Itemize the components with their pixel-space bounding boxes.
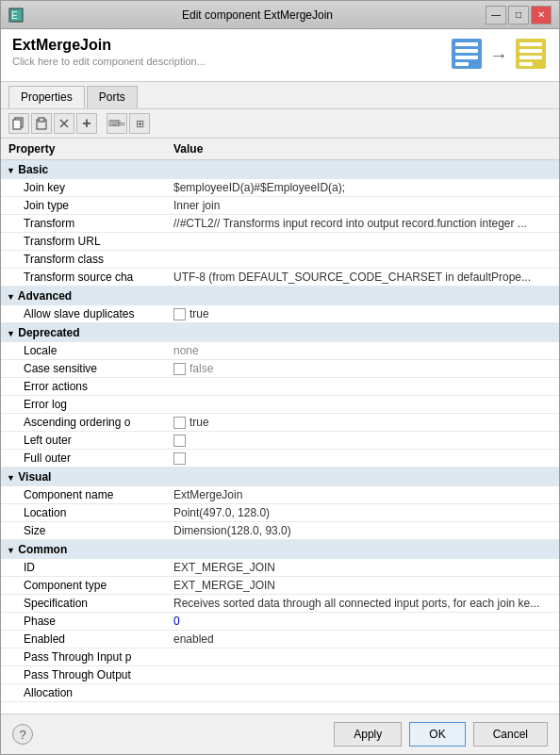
close-button[interactable]: ✕ (531, 6, 552, 25)
property-value: Receives sorted data through all connect… (166, 595, 559, 613)
property-name: Allocation (1, 684, 166, 702)
property-value (166, 233, 559, 251)
property-value: EXT_MERGE_JOIN (166, 559, 559, 577)
property-name: Join type (1, 197, 166, 215)
table-row[interactable]: Localenone (1, 342, 559, 360)
table-row[interactable]: Transform//#CTL2// Transforms input reco… (1, 215, 559, 233)
table-row[interactable]: SizeDimension(128.0, 93.0) (1, 522, 559, 540)
table-row[interactable]: Transform class (1, 251, 559, 269)
group-row-advanced[interactable]: ▼ Advanced (1, 287, 559, 306)
property-name: Enabled (1, 631, 166, 648)
table-row[interactable]: Case sensitivefalse (1, 360, 559, 378)
svg-rect-13 (13, 120, 21, 129)
property-value: //#CTL2// Transforms input record into o… (166, 215, 559, 233)
property-name: Pass Through Input p (1, 648, 166, 666)
property-name: Full outer (1, 450, 166, 468)
property-value: UTF-8 (from DEFAULT_SOURCE_CODE_CHARSET … (166, 269, 559, 287)
property-name: Join key (1, 179, 166, 197)
property-value (166, 378, 559, 396)
table-row[interactable]: Component typeEXT_MERGE_JOIN (1, 577, 559, 595)
table-row[interactable]: Error actions (1, 378, 559, 396)
table-row[interactable]: IDEXT_MERGE_JOIN (1, 559, 559, 577)
group-row-basic[interactable]: ▼ Basic (1, 160, 559, 180)
toolbar: + ⌨= ⊞ (1, 109, 559, 139)
extra-button[interactable]: ⊞ (129, 113, 150, 134)
group-row-deprecated[interactable]: ▼ Deprecated (1, 323, 559, 343)
copy-button[interactable] (8, 113, 29, 134)
property-name: Pass Through Output (1, 666, 166, 684)
table-row[interactable]: Transform URL (1, 233, 559, 251)
table-row[interactable]: Join key$employeeID(a)#$EmployeeID(a); (1, 179, 559, 197)
output-component-icon (514, 37, 548, 74)
table-row[interactable]: Transform source chaUTF-8 (from DEFAULT_… (1, 269, 559, 287)
checkbox-icon[interactable] (173, 452, 186, 465)
checkbox-icon[interactable] (173, 435, 186, 447)
window-icon: E (8, 8, 24, 23)
minimize-button[interactable]: — (486, 6, 506, 25)
tabs: Properties Ports (8, 86, 552, 108)
svg-text:E: E (11, 10, 18, 21)
footer-buttons: Apply OK Cancel (334, 722, 548, 747)
table-row[interactable]: Full outer (1, 450, 559, 468)
checkbox-icon[interactable] (173, 363, 186, 375)
table-row[interactable]: Ascending ordering otrue (1, 414, 559, 432)
table-row[interactable]: LocationPoint(497.0, 128.0) (1, 504, 559, 522)
table-row[interactable]: Component nameExtMergeJoin (1, 486, 559, 504)
maximize-button[interactable]: □ (508, 6, 529, 25)
footer-left: ? (12, 724, 33, 745)
property-name: ID (1, 559, 166, 577)
group-row-visual[interactable]: ▼ Visual (1, 468, 559, 487)
tab-ports[interactable]: Ports (87, 86, 138, 108)
tabs-area: Properties Ports (1, 82, 559, 109)
property-name: Case sensitive (1, 360, 166, 378)
svg-rect-3 (455, 42, 478, 46)
ok-button[interactable]: OK (409, 722, 465, 747)
property-value (166, 396, 559, 414)
cancel-button[interactable]: Cancel (473, 722, 548, 747)
table-row[interactable]: Allow slave duplicatestrue (1, 305, 559, 323)
title-controls: — □ ✕ (486, 6, 552, 25)
property-name: Transform (1, 215, 166, 233)
table-row[interactable]: Left outer (1, 432, 559, 450)
property-value (166, 251, 559, 269)
property-value (166, 450, 559, 468)
table-row[interactable]: Error log (1, 396, 559, 414)
component-title: ExtMergeJoin (12, 37, 206, 54)
property-name: Transform class (1, 251, 166, 269)
property-name: Left outer (1, 432, 166, 450)
checkbox-icon[interactable] (173, 308, 186, 320)
property-value: true (166, 305, 559, 323)
footer: ? Apply OK Cancel (1, 714, 559, 754)
table-row[interactable]: Join typeInner join (1, 197, 559, 215)
table-row[interactable]: SpecificationReceives sorted data throug… (1, 595, 559, 613)
arrow-right-icon: → (489, 44, 508, 66)
property-name: Phase (1, 613, 166, 631)
property-name: Transform URL (1, 233, 166, 251)
table-row[interactable]: Allocation (1, 684, 559, 702)
apply-button[interactable]: Apply (334, 722, 402, 747)
component-subtitle[interactable]: Click here to edit component description… (12, 56, 206, 67)
property-name: Allow slave duplicates (1, 305, 166, 323)
table-row[interactable]: Pass Through Input p (1, 648, 559, 666)
svg-rect-10 (519, 56, 542, 59)
help-button[interactable]: ? (12, 724, 33, 745)
table-row[interactable]: Phase0 (1, 613, 559, 631)
property-value: false (166, 360, 559, 378)
checkbox-icon[interactable] (173, 417, 186, 429)
property-value: Dimension(128.0, 93.0) (166, 522, 559, 540)
svg-rect-5 (455, 56, 478, 59)
property-name: Locale (1, 342, 166, 360)
add-button[interactable]: + (76, 113, 97, 134)
clear-button[interactable] (54, 113, 74, 134)
property-name: Transform source cha (1, 269, 166, 287)
table-row[interactable]: Pass Through Output (1, 666, 559, 684)
property-name: Error log (1, 396, 166, 414)
property-name: Component type (1, 577, 166, 595)
svg-rect-8 (519, 42, 542, 46)
group-row-common[interactable]: ▼ Common (1, 540, 559, 560)
tab-properties[interactable]: Properties (8, 86, 85, 108)
property-value: ExtMergeJoin (166, 486, 559, 504)
paste-button[interactable] (31, 113, 52, 134)
keyvalue-button[interactable]: ⌨= (107, 113, 127, 134)
table-row[interactable]: Enabledenabled (1, 631, 559, 648)
